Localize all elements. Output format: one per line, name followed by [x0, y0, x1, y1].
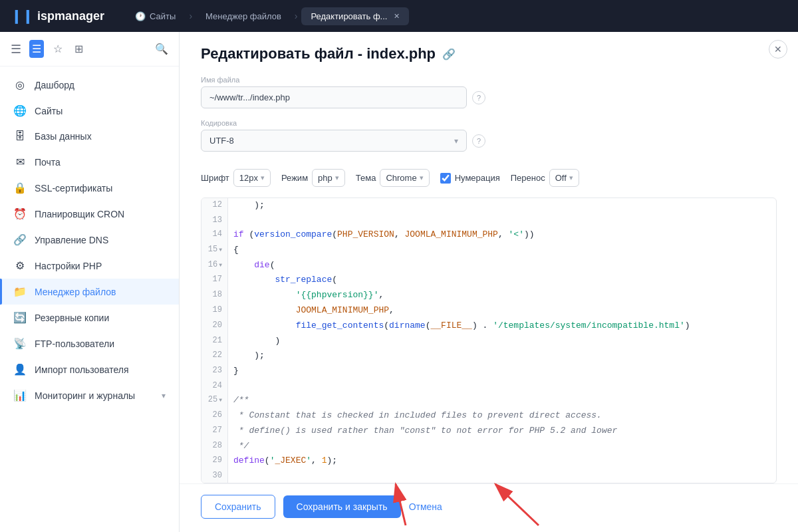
- sidebar: ☰ ☰ ☆ ⊞ 🔍 ◎ Дашборд 🌐 Сайты 🗄 Базы данны…: [0, 32, 180, 532]
- sidebar-nav: ◎ Дашборд 🌐 Сайты 🗄 Базы данных ✉ Почта …: [0, 66, 179, 532]
- code-line: 14if (version_compare(PHP_VERSION, JOOML…: [201, 227, 776, 243]
- sidebar-item-dns[interactable]: 🔗 Управление DNS: [0, 227, 179, 253]
- tab-editfile[interactable]: Редактировать ф... ✕: [301, 7, 409, 25]
- code-line: 22 );: [201, 348, 776, 364]
- sidebar-item-monitoring[interactable]: 📊 Мониторинг и журналы ▾: [0, 382, 179, 408]
- chevron-down-icon: ▾: [569, 174, 573, 182]
- line-code: [228, 213, 239, 227]
- encoding-help-icon[interactable]: ?: [472, 134, 485, 148]
- code-editor[interactable]: 12 );1314if (version_compare(PHP_VERSION…: [201, 198, 777, 483]
- line-number: 28: [201, 439, 228, 454]
- content-footer: Сохранить Сохранить и закрыть Отмена: [180, 483, 798, 532]
- font-group: Шрифт 12px ▾: [201, 169, 271, 187]
- sidebar-icon-group: ☰ ☆ ⊞: [29, 40, 86, 58]
- line-number: 22: [201, 348, 228, 364]
- sidebar-item-filemanager[interactable]: 📁 Менеджер файлов: [0, 279, 179, 305]
- list-view-icon[interactable]: ☰: [29, 40, 44, 58]
- encoding-label: Кодировка: [201, 119, 777, 127]
- databases-icon: 🗄: [13, 130, 27, 142]
- code-editor-scroll[interactable]: 12 );1314if (version_compare(PHP_VERSION…: [201, 198, 776, 483]
- line-code: define('_JEXEC', 1);: [228, 454, 342, 469]
- sidebar-item-php[interactable]: ⚙ Настройки PHP: [0, 253, 179, 279]
- tab-sites[interactable]: 🕐 Сайты: [126, 7, 185, 25]
- sidebar-item-import[interactable]: 👤 Импорт пользователя: [0, 356, 179, 382]
- line-number: 17: [201, 273, 228, 288]
- sidebar-item-ssl[interactable]: 🔒 SSL-сертификаты: [0, 175, 179, 201]
- encoding-select[interactable]: UTF-8 ▾: [201, 130, 467, 152]
- chevron-down-icon: ▾: [454, 136, 458, 146]
- clock-icon: 🕐: [135, 11, 146, 21]
- line-code: JOOMLA_MINIMUM_PHP,: [228, 303, 400, 319]
- line-number: 19: [201, 303, 228, 319]
- line-number: 27: [201, 424, 228, 439]
- link-icon[interactable]: 🔗: [442, 48, 456, 61]
- modal-close-button[interactable]: ✕: [769, 40, 787, 59]
- numbering-group: Нумерация: [440, 173, 500, 184]
- php-icon: ⚙: [13, 259, 27, 272]
- chevron-down-icon: ▾: [261, 174, 265, 182]
- mail-icon: ✉: [13, 156, 27, 168]
- grid-icon[interactable]: ⊞: [72, 40, 86, 58]
- tab-filemanager[interactable]: Менеджер файлов: [196, 7, 291, 25]
- font-select[interactable]: 12px ▾: [233, 169, 271, 187]
- sidebar-item-sites[interactable]: 🌐 Сайты: [0, 98, 179, 124]
- hamburger-icon[interactable]: ☰: [11, 42, 21, 57]
- wrap-select[interactable]: Off ▾: [549, 169, 579, 187]
- save-button[interactable]: Сохранить: [201, 495, 275, 519]
- search-icon[interactable]: 🔍: [155, 43, 168, 55]
- mode-select[interactable]: php ▾: [312, 169, 345, 187]
- numbering-checkbox[interactable]: [440, 173, 451, 184]
- chevron-down-icon: ▾: [162, 391, 166, 400]
- main-layout: ☰ ☰ ☆ ⊞ 🔍 ◎ Дашборд 🌐 Сайты 🗄 Базы данны…: [0, 32, 798, 532]
- content-inner: Редактировать файл - index.php 🔗 Имя фай…: [180, 32, 798, 483]
- save-close-button[interactable]: Сохранить и закрыть: [283, 495, 401, 518]
- sidebar-item-cron[interactable]: ⏰ Планировщик CRON: [0, 201, 179, 227]
- cancel-button[interactable]: Отмена: [409, 501, 442, 512]
- mode-group: Режим php ▾: [281, 169, 345, 187]
- logo-icon: ❙❙: [11, 8, 33, 24]
- theme-select[interactable]: Chrome ▾: [380, 169, 429, 187]
- theme-group: Тема Chrome ▾: [356, 169, 430, 187]
- line-code: }: [228, 364, 244, 379]
- filename-field: Имя файла ?: [201, 76, 777, 108]
- filename-input[interactable]: [201, 86, 467, 108]
- line-number: 14: [201, 227, 228, 243]
- line-number: 25: [201, 393, 228, 408]
- tab-close-icon[interactable]: ✕: [394, 12, 400, 21]
- sidebar-item-dashboard[interactable]: ◎ Дашборд: [0, 72, 179, 98]
- line-code: file_get_contents(dirname(__FILE__) . '/…: [228, 319, 696, 334]
- sidebar-item-backups[interactable]: 🔄 Резервные копии: [0, 305, 179, 331]
- code-line: 25/**: [201, 393, 776, 408]
- line-code: */: [228, 439, 254, 454]
- line-number: 23: [201, 364, 228, 379]
- line-code: );: [228, 198, 270, 213]
- sidebar-item-ftp[interactable]: 📡 FTP-пользователи: [0, 331, 179, 356]
- sidebar-item-mail[interactable]: ✉ Почта: [0, 149, 179, 175]
- line-code: {: [228, 243, 244, 258]
- page-title: Редактировать файл - index.php: [201, 45, 436, 63]
- line-code: [228, 469, 239, 483]
- filename-help-icon[interactable]: ?: [472, 91, 485, 104]
- line-code: die(: [228, 258, 280, 273]
- code-line: 18 '{{phpversion}}',: [201, 288, 776, 303]
- line-code: * Constant that is checked in included f…: [228, 408, 607, 424]
- line-number: 18: [201, 288, 228, 303]
- sites-icon: 🌐: [13, 104, 27, 117]
- line-number: 16: [201, 258, 228, 273]
- theme-label: Тема: [356, 173, 376, 183]
- monitoring-icon: 📊: [13, 389, 27, 402]
- code-line: 17 str_replace(: [201, 273, 776, 288]
- line-code: if (version_compare(PHP_VERSION, JOOMLA_…: [228, 227, 540, 243]
- tab-separator-2: ›: [295, 11, 298, 21]
- logo: ❙❙ ispmanager: [11, 8, 104, 24]
- ssl-icon: 🔒: [13, 182, 27, 194]
- line-number: 20: [201, 319, 228, 334]
- star-icon[interactable]: ☆: [51, 40, 65, 58]
- backups-icon: 🔄: [13, 311, 27, 324]
- import-icon: 👤: [13, 363, 27, 376]
- encoding-select-wrap: UTF-8 ▾ ?: [201, 130, 777, 152]
- code-line: 20 file_get_contents(dirname(__FILE__) .…: [201, 319, 776, 334]
- line-number: 13: [201, 213, 228, 227]
- code-line: 12 );: [201, 198, 776, 213]
- sidebar-item-databases[interactable]: 🗄 Базы данных: [0, 124, 179, 149]
